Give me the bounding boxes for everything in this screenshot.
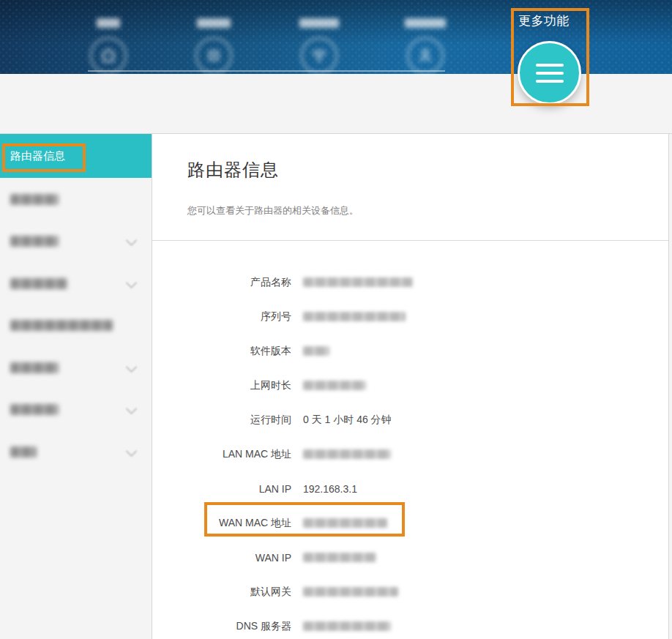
- field-row-serial-number: 序列号: [152, 299, 668, 334]
- field-row-lan-mac: LAN MAC 地址: [152, 437, 668, 471]
- redacted-value: [303, 346, 329, 356]
- field-label: LAN MAC 地址: [152, 448, 291, 461]
- chevron-down-icon: [126, 403, 138, 415]
- sidebar-item-blurred[interactable]: [0, 395, 152, 424]
- field-row-lan-ip: LAN IP 192.168.3.1: [152, 471, 668, 506]
- nav-item-home[interactable]: [64, 18, 152, 74]
- sidebar-item-blurred[interactable]: [0, 226, 152, 255]
- page-title: 路由器信息: [187, 158, 279, 182]
- nav-label-blurred: [299, 18, 339, 28]
- field-label: 上网时长: [152, 379, 291, 392]
- field-row-dns-server: DNS 服务器: [152, 609, 668, 639]
- chevron-down-icon: [126, 235, 138, 247]
- wan-mac-highlight-box: [204, 502, 405, 537]
- router-info-highlight-box: [2, 143, 86, 172]
- sidebar-item-blurred[interactable]: [0, 437, 152, 466]
- field-value: 0 天 1 小时 46 分钟: [303, 414, 392, 427]
- blurred-text: [10, 236, 59, 247]
- nav-item-wifi[interactable]: [275, 18, 363, 74]
- field-row-software-version: 软件版本: [152, 334, 668, 368]
- more-functions-label: 更多功能: [518, 12, 570, 29]
- chevron-down-icon: [126, 277, 138, 289]
- panel-divider: [152, 240, 668, 241]
- field-row-uptime: 运行时间 0 天 1 小时 46 分钟: [152, 403, 668, 437]
- field-label: WAN IP: [152, 552, 291, 564]
- blurred-text: [10, 404, 59, 415]
- page-description: 您可以查看关于路由器的相关设备信息。: [187, 204, 359, 217]
- blurred-text: [10, 446, 37, 457]
- field-label: 序列号: [152, 310, 291, 324]
- field-label: DNS 服务器: [152, 620, 291, 633]
- blurred-text: [10, 278, 67, 289]
- router-info-panel: 路由器信息 您可以查看关于路由器的相关设备信息。 产品名称 序列号 软件版本 上…: [152, 133, 669, 639]
- nav-item-devices[interactable]: [170, 18, 258, 74]
- field-row-online-duration: 上网时长: [152, 368, 668, 403]
- field-row-wan-ip: WAN IP: [152, 540, 668, 575]
- redacted-value: [303, 621, 391, 631]
- nav-item-users[interactable]: [381, 18, 469, 74]
- user-icon: [407, 37, 444, 74]
- nav-underline: [88, 70, 445, 72]
- chevron-down-icon: [126, 446, 138, 457]
- nav-label-blurred: [405, 18, 446, 28]
- blurred-text: [10, 362, 59, 373]
- chevron-down-icon: [126, 362, 138, 373]
- home-icon: [90, 37, 127, 74]
- redacted-value: [303, 449, 391, 459]
- blurred-text: [10, 194, 59, 205]
- redacted-value: [303, 312, 406, 321]
- redacted-value: [303, 553, 376, 562]
- field-label: 默认网关: [152, 586, 291, 599]
- sidebar-item-blurred[interactable]: [0, 310, 152, 340]
- sidebar-item-blurred[interactable]: [0, 353, 152, 382]
- blurred-text: [10, 320, 113, 331]
- sidebar-item-blurred[interactable]: [0, 269, 152, 298]
- field-value: 192.168.3.1: [303, 483, 357, 495]
- field-label: 运行时间: [152, 414, 291, 427]
- field-label: 产品名称: [152, 276, 291, 289]
- nav-label-blurred: [97, 18, 120, 28]
- wifi-icon: [301, 37, 337, 74]
- nav-label-blurred: [197, 18, 231, 28]
- device-icon: [195, 37, 232, 74]
- field-label: LAN IP: [152, 483, 291, 495]
- redacted-value: [303, 587, 398, 597]
- redacted-value: [303, 381, 366, 390]
- sidebar-item-blurred[interactable]: [0, 184, 152, 214]
- field-row-product-name: 产品名称: [152, 265, 668, 299]
- field-row-default-gateway: 默认网关: [152, 575, 668, 609]
- redacted-value: [303, 277, 413, 287]
- field-label: 软件版本: [152, 345, 291, 358]
